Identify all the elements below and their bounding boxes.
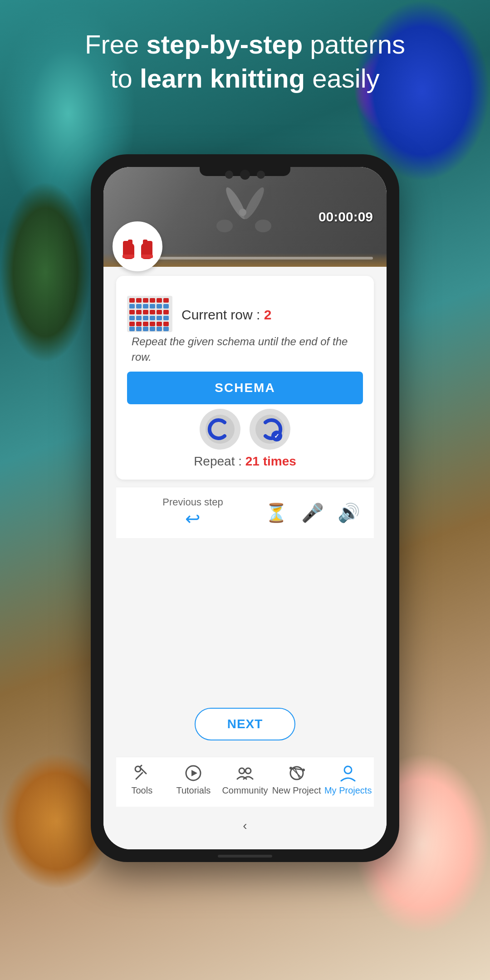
bottom-navigation: Tools Tutorials xyxy=(116,757,374,807)
instructions-text: Repeat the given schema until the end of… xyxy=(127,334,363,364)
svg-rect-15 xyxy=(136,298,142,303)
purl-stitch-icon[interactable]: ✓ xyxy=(250,409,290,450)
header-line2-prefix: to xyxy=(110,64,140,93)
svg-rect-38 xyxy=(129,322,135,326)
svg-rect-11 xyxy=(143,240,147,245)
header-line1-normal: Free xyxy=(85,29,146,59)
svg-point-64 xyxy=(302,769,305,771)
yarn-decoration-green-left xyxy=(0,181,91,363)
video-area[interactable]: 00:00:09 1% xyxy=(103,167,387,267)
phone-shell: 00:00:09 1% xyxy=(91,154,399,862)
svg-rect-45 xyxy=(136,327,142,331)
nav-item-new-project[interactable]: New Project xyxy=(271,764,323,796)
phone-camera-area xyxy=(225,170,265,180)
svg-point-61 xyxy=(245,768,251,774)
pattern-card: Current row : 2 Repeat the given schema … xyxy=(116,276,374,480)
svg-rect-27 xyxy=(136,310,142,314)
svg-point-1 xyxy=(241,185,267,221)
svg-line-57 xyxy=(140,765,142,767)
new-project-icon xyxy=(288,764,305,782)
svg-rect-22 xyxy=(143,304,148,309)
header-line2-suffix: easily xyxy=(305,64,379,93)
svg-rect-23 xyxy=(150,304,155,309)
svg-rect-37 xyxy=(163,316,169,320)
svg-rect-12 xyxy=(141,255,153,258)
svg-point-65 xyxy=(289,767,292,769)
svg-rect-48 xyxy=(157,327,162,331)
pattern-grid-icon xyxy=(127,296,172,334)
nav-my-projects-label: My Projects xyxy=(324,785,372,796)
svg-point-60 xyxy=(239,768,245,774)
svg-rect-39 xyxy=(136,322,142,326)
svg-rect-19 xyxy=(163,298,169,303)
svg-line-54 xyxy=(136,773,142,779)
header-line1-suffix: patterns xyxy=(303,29,405,59)
repeat-text: Repeat : 21 times xyxy=(127,454,363,469)
header-line2: to learn knitting easily xyxy=(27,61,463,95)
current-row-number: 2 xyxy=(264,307,272,322)
svg-rect-35 xyxy=(150,316,155,320)
svg-text:✓: ✓ xyxy=(274,432,279,440)
svg-rect-41 xyxy=(150,322,155,326)
empty-space xyxy=(116,545,374,691)
microphone-icon[interactable]: 🎤 xyxy=(301,502,324,524)
svg-rect-24 xyxy=(157,304,162,309)
header-line2-bold: learn knitting xyxy=(140,64,305,93)
schema-button[interactable]: SCHEMA xyxy=(127,372,363,404)
main-content: Current row : 2 Repeat the given schema … xyxy=(103,267,387,849)
mittens-avatar[interactable] xyxy=(113,221,162,271)
svg-rect-7 xyxy=(128,240,132,245)
next-button-area: NEXT xyxy=(116,699,374,750)
community-icon xyxy=(236,764,254,782)
bottom-toolbar: Previous step ↩ ⏳ 🎤 🔊 xyxy=(116,487,374,538)
svg-point-2 xyxy=(216,220,233,232)
video-timer: 00:00:09 xyxy=(318,209,373,225)
camera-dot-left xyxy=(225,171,233,179)
current-row-label: Current row : xyxy=(181,307,264,322)
back-arrow-icon[interactable]: ↩ xyxy=(185,508,201,529)
nav-item-tools[interactable]: Tools xyxy=(116,764,168,796)
nav-item-community[interactable]: Community xyxy=(219,764,271,796)
svg-rect-40 xyxy=(143,322,148,326)
repeat-count: 21 times xyxy=(245,454,296,468)
nav-item-tutorials[interactable]: Tutorials xyxy=(168,764,220,796)
svg-rect-30 xyxy=(157,310,162,314)
svg-rect-33 xyxy=(136,316,142,320)
svg-point-4 xyxy=(239,209,246,216)
camera-dot-right xyxy=(257,171,265,179)
current-row-section: Current row : 2 xyxy=(127,296,363,334)
my-projects-icon xyxy=(339,764,357,782)
svg-rect-31 xyxy=(163,310,169,314)
svg-rect-32 xyxy=(129,316,135,320)
volume-icon[interactable]: 🔊 xyxy=(338,502,360,524)
svg-rect-8 xyxy=(122,255,134,258)
toolbar-icons: ⏳ 🎤 🔊 xyxy=(265,502,360,524)
svg-marker-59 xyxy=(191,770,197,776)
svg-rect-47 xyxy=(150,327,155,331)
next-button[interactable]: NEXT xyxy=(195,708,296,740)
repeat-label: Repeat : xyxy=(194,454,245,468)
svg-rect-28 xyxy=(143,310,148,314)
nav-tutorials-label: Tutorials xyxy=(176,785,211,796)
prev-step-label: Previous step xyxy=(162,496,223,508)
camera-dot-main xyxy=(240,170,250,180)
svg-rect-20 xyxy=(129,304,135,309)
svg-rect-18 xyxy=(157,298,162,303)
back-hardware-button[interactable]: ‹ xyxy=(243,818,247,833)
header-line1-bold: step-by-step xyxy=(146,29,303,59)
current-row-text: Current row : 2 xyxy=(181,307,271,323)
svg-rect-14 xyxy=(129,298,135,303)
svg-point-66 xyxy=(344,766,352,774)
hourglass-icon[interactable]: ⏳ xyxy=(265,502,288,524)
nav-community-label: Community xyxy=(222,785,268,796)
tools-icon xyxy=(133,764,151,782)
nav-new-project-label: New Project xyxy=(272,785,321,796)
svg-rect-43 xyxy=(163,322,169,326)
nav-item-my-projects[interactable]: My Projects xyxy=(322,764,374,796)
phone-wrapper: 00:00:09 1% xyxy=(91,154,399,862)
svg-rect-42 xyxy=(157,322,162,326)
knit-stitch-icon[interactable] xyxy=(200,409,240,450)
svg-rect-36 xyxy=(157,316,162,320)
nav-tools-label: Tools xyxy=(131,785,152,796)
system-nav-bar: ‹ xyxy=(116,814,374,840)
